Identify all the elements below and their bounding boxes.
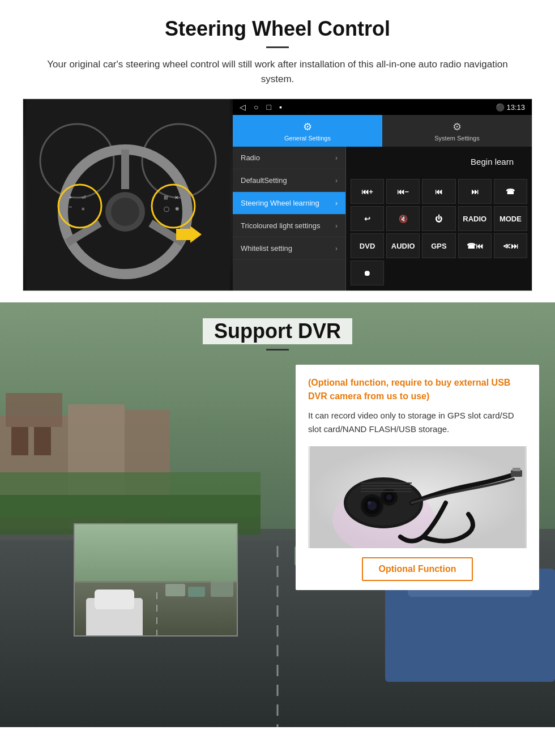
android-tabs: ⚙ General Settings ⚙ System Settings [233,115,532,147]
svg-point-58 [386,494,392,500]
tab-general-label: General Settings [284,135,331,142]
btn-extra[interactable]: ⏺ [351,260,384,285]
android-content: Radio › DefaultSetting › Steering Wheel … [233,147,532,291]
svg-point-8 [111,198,139,226]
menu-steering-label: Steering Wheel learning [241,199,319,207]
svg-rect-44 [211,581,233,597]
back-btn[interactable]: ◁ [240,102,246,112]
svg-rect-43 [188,587,205,597]
btn-vol-up[interactable]: ⏮+ [351,179,384,204]
menu-default-setting[interactable]: DefaultSetting › [233,169,345,192]
menu-tricoloured-label: Tricoloured light settings [241,221,320,230]
status-icons: ⚫ [496,103,507,112]
svg-rect-46 [95,590,134,609]
svg-text:◯: ◯ [164,206,169,212]
menu-whitelist[interactable]: Whitelist setting › [233,237,345,260]
dvr-section: Support DVR [0,302,555,727]
dvr-divider [266,349,289,351]
home-btn[interactable]: ○ [254,102,258,112]
steering-demo: + ⏎ − ≡ ⊞ ✕ ◯ ❋ ◁ ○ [23,99,532,291]
btn-prev[interactable]: ⏮ [422,179,455,204]
chevron-icon: › [335,199,338,207]
svg-rect-22 [6,393,62,427]
title-divider [266,46,289,48]
tab-general[interactable]: ⚙ General Settings [233,115,382,147]
svg-rect-64 [513,468,520,471]
svg-text:⊞: ⊞ [164,195,168,200]
btn-radio[interactable]: RADIO [458,206,492,231]
svg-rect-24 [34,427,51,455]
status-time: 13:13 [506,103,525,112]
btn-mute[interactable]: 🔇 [386,206,420,231]
btn-audio[interactable]: AUDIO [386,233,420,258]
chevron-icon: › [335,222,338,230]
page-title: Steering Wheel Control [23,17,532,41]
recent-btn[interactable]: □ [266,102,271,112]
dvr-small-preview [74,523,238,637]
svg-rect-42 [165,584,185,596]
optional-function-button[interactable]: Optional Function [362,557,473,581]
chevron-icon: › [335,154,338,162]
svg-point-55 [368,501,371,505]
btn-dvd[interactable]: DVD [351,233,384,258]
button-grid: ⏮+ ⏮− ⏮ ⏭ ☎ ↩ 🔇 ⏻ RADIO MODE DVD AUDIO G… [346,177,532,288]
begin-learn-button[interactable]: Begin learn [462,153,523,170]
section-subtitle: Your original car's steering wheel contr… [45,57,510,86]
chevron-icon: › [335,177,338,185]
tab-system-label: System Settings [434,135,479,142]
btn-power[interactable]: ⏻ [422,206,455,231]
btn-mode[interactable]: MODE [494,206,527,231]
btn-hangup[interactable]: ↩ [351,206,384,231]
steering-wheel-svg: + ⏎ − ≡ ⊞ ✕ ◯ ❋ [26,99,230,291]
svg-text:−: − [69,203,72,210]
dvr-info-orange: (Optional function, require to buy exter… [308,376,527,403]
dvr-title: Support DVR [203,318,352,344]
svg-rect-28 [0,495,261,518]
svg-text:✕: ✕ [174,195,179,200]
menu-whitelist-label: Whitelist setting [241,244,292,253]
steering-photo: + ⏎ − ≡ ⊞ ✕ ◯ ❋ [23,99,233,291]
preview-svg [75,524,238,637]
svg-rect-47 [75,581,238,583]
statusbar-left: ◁ ○ □ ▪ [240,102,282,112]
menu-default-label: DefaultSetting [241,176,287,185]
android-menu: Radio › DefaultSetting › Steering Wheel … [233,147,346,291]
android-panel: ◁ ○ □ ▪ ⚫ 13:13 ⚙ General Settings ⚙ [233,99,532,291]
chevron-icon: › [335,245,338,253]
btn-combo[interactable]: ≪⏭ [494,233,527,258]
menu-btn[interactable]: ▪ [279,102,282,112]
btn-vol-down[interactable]: ⏮− [386,179,420,204]
system-icon: ⚙ [452,121,462,133]
dvr-camera-image [308,446,527,548]
dvr-info-box: (Optional function, require to buy exter… [296,365,539,590]
statusbar-right: ⚫ 13:13 [496,103,525,112]
menu-radio[interactable]: Radio › [233,147,345,169]
dvr-title-area: Support DVR [0,302,555,351]
svg-text:⏎: ⏎ [82,195,86,200]
menu-steering-wheel[interactable]: Steering Wheel learning › [233,192,345,215]
btn-call-prev[interactable]: ☎⏮ [458,233,492,258]
tab-system[interactable]: ⚙ System Settings [382,115,532,147]
svg-text:❋: ❋ [175,206,180,212]
btn-gps[interactable]: GPS [422,233,455,258]
svg-text:+: + [69,194,72,200]
steering-section: Steering Wheel Control Your original car… [0,0,555,302]
settings-icon: ⚙ [303,121,312,133]
btn-next[interactable]: ⏭ [458,179,492,204]
android-right-panel: Begin learn ⏮+ ⏮− ⏮ ⏭ ☎ ↩ 🔇 ⏻ RADIO MODE [346,147,532,291]
camera-device-svg [310,446,525,548]
menu-tricoloured[interactable]: Tricoloured light settings › [233,215,345,237]
begin-learn-row: Begin learn [346,147,532,177]
android-statusbar: ◁ ○ □ ▪ ⚫ 13:13 [233,99,532,115]
btn-call[interactable]: ☎ [494,179,527,204]
dvr-info-text: It can record video only to storage in G… [308,409,527,436]
svg-text:≡: ≡ [82,206,84,212]
svg-rect-23 [11,427,28,455]
menu-radio-label: Radio [241,153,260,162]
